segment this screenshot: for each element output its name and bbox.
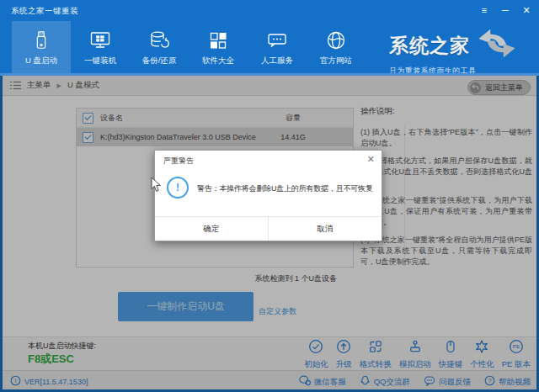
- software-grid-icon: [207, 28, 229, 53]
- monitor-windows-icon: [89, 28, 111, 53]
- close-icon[interactable]: ✕: [520, 3, 532, 17]
- warning-dialog: 严重警告 ✕ ! 警告：本操作将会删除U盘上的所有数据，且不可恢复 确定 取消: [154, 150, 382, 241]
- globe-icon: [325, 28, 347, 53]
- brand-logo-text: 系统之家: [389, 33, 470, 59]
- nav-tab-label: 人工服务: [261, 56, 293, 66]
- nav-tab-label: U 盘启动: [25, 56, 57, 66]
- nav-tab-service[interactable]: 人工服务: [248, 21, 307, 73]
- menu-icon[interactable]: ≡: [478, 3, 490, 17]
- dialog-title: 严重警告: [163, 156, 194, 167]
- nav-tab-label: 一键装机: [84, 56, 116, 66]
- window-controls: ≡ ─ ✕: [478, 3, 532, 17]
- nav-tab-website[interactable]: 官方网站: [307, 21, 366, 73]
- nav-tab-label: 官方网站: [320, 56, 352, 66]
- brand-logo: 系统之家 只为重装系统而生的工具: [389, 28, 532, 77]
- nav-tab-label: 备份/还原: [142, 56, 177, 66]
- cancel-button[interactable]: 取消: [269, 217, 382, 241]
- backup-restore-icon: [148, 28, 170, 53]
- confirm-button[interactable]: 确定: [155, 217, 269, 241]
- dialog-footer: 确定 取消: [155, 216, 382, 241]
- nav-tabs: U 盘启动 一键装机 备份/还原 软件大全 人工服务: [12, 21, 366, 73]
- nav-tab-backup-restore[interactable]: 备份/还原: [130, 21, 189, 73]
- dialog-close-icon[interactable]: ✕: [367, 154, 375, 165]
- nav-tab-label: 软件大全: [202, 56, 234, 66]
- dialog-message: 警告：本操作将会删除U盘上的所有数据，且不可恢复: [197, 183, 373, 194]
- warning-info-icon: !: [167, 177, 189, 199]
- chat-service-icon: [266, 28, 288, 53]
- nav-tab-usb-boot[interactable]: U 盘启动: [12, 21, 71, 73]
- minimize-icon[interactable]: ─: [499, 3, 511, 17]
- app-title: 系统之家一键重装: [11, 6, 78, 17]
- nav-tab-software[interactable]: 软件大全: [189, 21, 248, 73]
- brand-double-arrow-icon: [475, 28, 519, 63]
- title-bar: 系统之家一键重装 ≡ ─ ✕: [0, 0, 539, 21]
- app-window: 系统之家一键重装 ≡ ─ ✕ U 盘启动 一键装机 备份/还原: [0, 0, 539, 392]
- usb-drive-icon: [31, 28, 51, 53]
- nav-tab-one-key-install[interactable]: 一键装机: [71, 21, 130, 73]
- mouse-cursor: [151, 177, 162, 196]
